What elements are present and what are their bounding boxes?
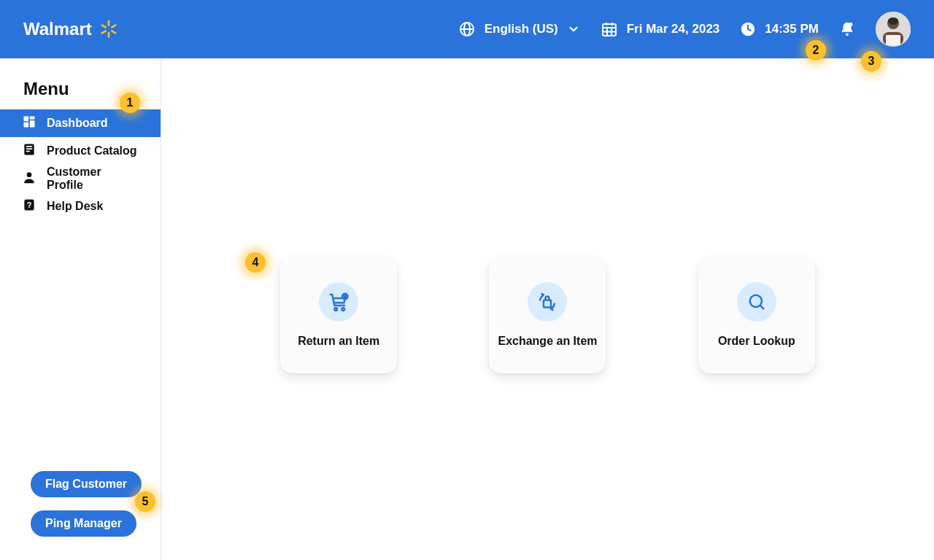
sidebar-item-label: Customer Profile <box>47 166 139 192</box>
brand-name: Walmart <box>23 19 92 39</box>
svg-rect-29 <box>26 148 32 149</box>
svg-point-17 <box>846 34 849 36</box>
card-exchange-item[interactable]: Exchange an Item <box>489 257 606 373</box>
clock-icon <box>740 21 756 37</box>
svg-rect-26 <box>24 122 29 128</box>
dashboard-cards: Return an Item Exchange an Item <box>161 257 934 373</box>
sidebar-item-label: Help Desk <box>47 200 103 213</box>
catalog-icon <box>22 142 36 160</box>
avatar-icon <box>876 12 911 47</box>
svg-line-41 <box>760 306 763 309</box>
svg-rect-22 <box>886 35 900 45</box>
annotation-badge-2: 2 <box>806 40 826 61</box>
svg-line-2 <box>102 26 106 28</box>
card-return-item[interactable]: Return an Item <box>280 257 397 373</box>
svg-line-3 <box>112 31 115 34</box>
sidebar-actions: Flag Customer Ping Manager <box>0 471 161 560</box>
svg-rect-39 <box>544 300 551 308</box>
sidebar-item-label: Dashboard <box>47 117 108 130</box>
card-label: Order Lookup <box>718 335 795 348</box>
walmart-spark-icon <box>99 20 118 39</box>
annotation-badge-5: 5 <box>135 491 155 512</box>
svg-point-34 <box>335 308 338 311</box>
chevron-down-icon <box>567 23 580 36</box>
sidebar-item-product-catalog[interactable]: Product Catalog <box>0 137 161 165</box>
brand: Walmart <box>23 19 118 39</box>
person-icon <box>22 170 36 187</box>
time-label: 14:35 PM <box>765 22 819 36</box>
annotation-badge-1: 1 <box>120 93 140 113</box>
notifications-button[interactable] <box>839 21 855 37</box>
ping-manager-button[interactable]: Ping Manager <box>31 510 136 537</box>
card-label: Return an Item <box>298 335 379 348</box>
date-display: Fri Mar 24, 2023 <box>601 20 720 38</box>
svg-line-5 <box>112 26 115 28</box>
time-display: 14:35 PM <box>740 21 819 37</box>
sidebar-item-dashboard[interactable]: Dashboard <box>0 109 161 137</box>
annotation-badge-4: 4 <box>245 252 266 273</box>
svg-rect-28 <box>26 146 32 147</box>
bell-icon <box>839 21 855 37</box>
svg-point-18 <box>849 23 853 26</box>
menu: Dashboard Product Catalog <box>0 109 161 220</box>
return-item-icon <box>319 282 358 322</box>
sidebar-item-help-desk[interactable]: ? Help Desk <box>0 192 161 220</box>
language-label: English (US) <box>485 22 558 36</box>
svg-line-4 <box>102 31 106 34</box>
calendar-icon <box>601 20 618 38</box>
svg-point-31 <box>27 172 32 177</box>
annotation-badge-3: 3 <box>861 51 881 71</box>
app-body: Menu Dashboard <box>0 58 934 560</box>
sidebar: Menu Dashboard <box>0 58 161 560</box>
svg-point-35 <box>342 308 345 311</box>
order-lookup-icon <box>737 282 776 322</box>
avatar[interactable] <box>876 12 911 47</box>
svg-text:?: ? <box>27 201 32 209</box>
card-label: Exchange an Item <box>498 335 597 348</box>
svg-rect-25 <box>30 120 35 127</box>
card-order-lookup[interactable]: Order Lookup <box>698 257 815 373</box>
sidebar-item-customer-profile[interactable]: Customer Profile <box>0 165 161 192</box>
svg-rect-23 <box>24 117 29 122</box>
date-label: Fri Mar 24, 2023 <box>627 22 720 36</box>
flag-customer-button[interactable]: Flag Customer <box>31 471 142 497</box>
sidebar-item-label: Product Catalog <box>47 144 137 158</box>
exchange-item-icon <box>528 282 567 322</box>
svg-rect-24 <box>30 117 35 120</box>
globe-icon <box>458 20 476 38</box>
svg-rect-30 <box>26 151 30 152</box>
app-header: Walmart English (US) <box>0 0 934 58</box>
language-switcher[interactable]: English (US) <box>458 20 580 38</box>
dashboard-icon <box>22 114 36 132</box>
help-icon: ? <box>22 198 36 215</box>
main-content: Return an Item Exchange an Item <box>161 58 934 560</box>
svg-rect-9 <box>603 24 616 36</box>
